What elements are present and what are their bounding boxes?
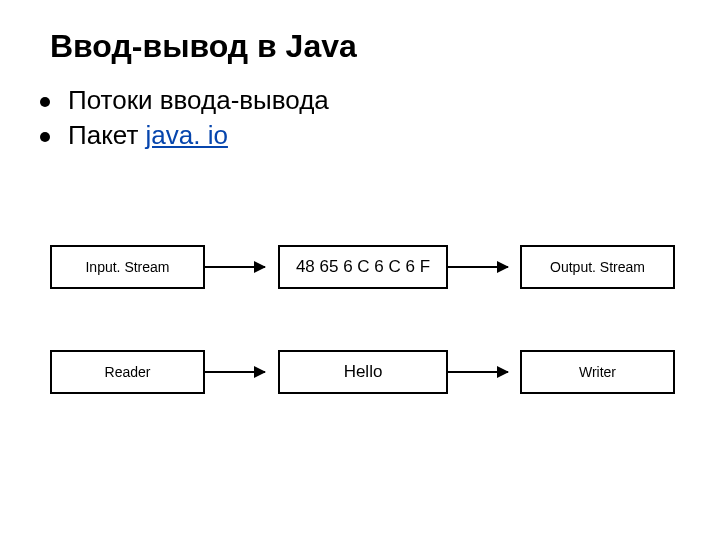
bullet-item: Потоки ввода-вывода <box>40 85 720 116</box>
bullet-dot-icon <box>40 132 50 142</box>
arrow-icon <box>205 266 265 268</box>
diagram-row: Input. Stream 48 65 6 C 6 C 6 F Output. … <box>0 245 720 305</box>
bullet-text: Пакет java. io <box>68 120 228 151</box>
arrow-icon <box>448 266 508 268</box>
box-reader: Reader <box>50 350 205 394</box>
bullet-list: Потоки ввода-вывода Пакет java. io <box>40 85 720 151</box>
bullet-text: Потоки ввода-вывода <box>68 85 329 116</box>
java-io-link[interactable]: java. io <box>146 120 228 150</box>
arrow-icon <box>205 371 265 373</box>
diagram: Input. Stream 48 65 6 C 6 C 6 F Output. … <box>0 245 720 455</box>
bullet-item: Пакет java. io <box>40 120 720 151</box>
arrow-icon <box>448 371 508 373</box>
page-title: Ввод-вывод в Java <box>50 28 720 65</box>
box-writer: Writer <box>520 350 675 394</box>
box-outputstream: Output. Stream <box>520 245 675 289</box>
bullet-dot-icon <box>40 97 50 107</box>
box-hex-bytes: 48 65 6 C 6 C 6 F <box>278 245 448 289</box>
diagram-row: Reader Hello Writer <box>0 350 720 410</box>
box-hello: Hello <box>278 350 448 394</box>
bullet-prefix: Пакет <box>68 120 146 150</box>
box-inputstream: Input. Stream <box>50 245 205 289</box>
